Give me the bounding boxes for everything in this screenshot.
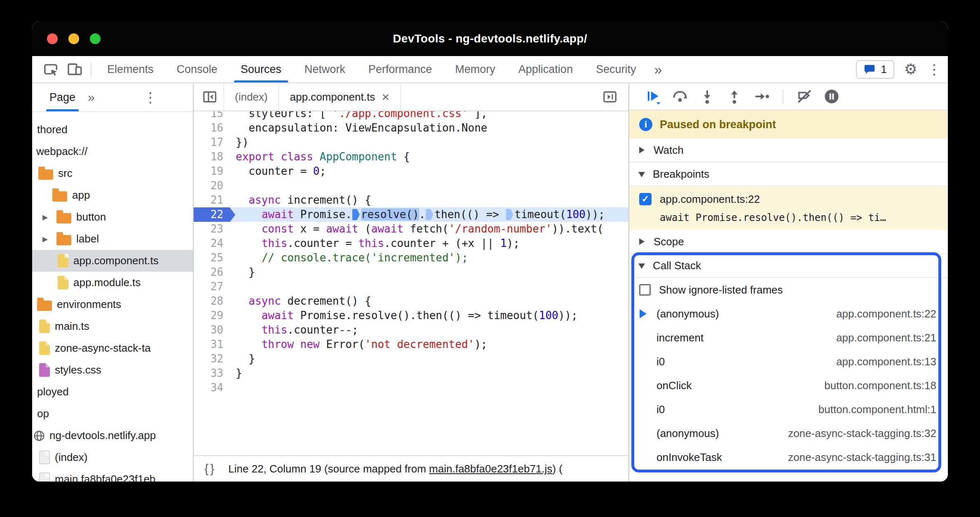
- line-number[interactable]: 21: [194, 193, 230, 207]
- line-number[interactable]: 20: [194, 179, 230, 193]
- tree-item-ployed[interactable]: ployed: [32, 381, 193, 403]
- code-line-22[interactable]: 22 await Promise.resolve().then(() => ti…: [194, 207, 628, 222]
- code-line-29[interactable]: 29 await Promise.resolve().then(() => ti…: [194, 308, 628, 323]
- line-number[interactable]: 22: [194, 207, 230, 222]
- line-number[interactable]: 30: [194, 323, 230, 337]
- inline-breakpoint-marker-icon[interactable]: [426, 209, 433, 220]
- line-number[interactable]: 18: [194, 150, 230, 164]
- line-number[interactable]: 26: [194, 265, 230, 280]
- tree-item-ng-devtools-netlify-app[interactable]: ng-devtools.netlify.app: [32, 425, 193, 446]
- code-line-25[interactable]: 25 // console.trace('incremented');: [194, 251, 628, 265]
- line-number[interactable]: 31: [194, 337, 230, 352]
- line-number[interactable]: 17: [194, 135, 230, 150]
- tree-expand-chevron-icon[interactable]: ▸: [42, 211, 53, 223]
- frame-source-location[interactable]: zone-async-stack-tagging.ts:31: [788, 451, 936, 464]
- frame-source-location[interactable]: button.component.ts:18: [824, 379, 936, 392]
- tab-performance[interactable]: Performance: [357, 56, 444, 82]
- ignore-listed-checkbox[interactable]: [639, 284, 651, 296]
- line-number[interactable]: 32: [194, 352, 230, 366]
- call-stack-frame[interactable]: (anonymous)app.component.ts:22: [629, 302, 948, 326]
- settings-gear-icon[interactable]: ⚙: [904, 61, 917, 78]
- tree-item--index-[interactable]: (index): [32, 446, 193, 468]
- frame-source-location[interactable]: zone-async-stack-tagging.ts:32: [788, 427, 936, 440]
- mapped-file-link[interactable]: main.fa8bfa0e23f1eb71.js: [429, 463, 552, 475]
- section-call-stack[interactable]: Call Stack: [629, 254, 948, 278]
- tab-memory[interactable]: Memory: [443, 56, 507, 82]
- call-stack-frame[interactable]: onInvokeTaskzone-async-stack-tagging.ts:…: [629, 445, 948, 469]
- tab-app-component-ts[interactable]: app.component.ts ×: [279, 83, 401, 110]
- zoom-window-button[interactable]: [90, 33, 101, 44]
- close-window-button[interactable]: [47, 33, 58, 44]
- minimize-window-button[interactable]: [68, 33, 79, 44]
- tab-console[interactable]: Console: [165, 56, 229, 82]
- tree-item-zone-async-stack-ta[interactable]: zone-async-stack-ta: [32, 337, 193, 359]
- call-stack-frame[interactable]: onClickbutton.component.ts:18: [629, 374, 948, 397]
- line-number[interactable]: 29: [194, 308, 230, 323]
- frame-source-location[interactable]: app.component.ts:13: [836, 355, 936, 368]
- tree-expand-chevron-icon[interactable]: ▸: [42, 233, 53, 245]
- tree-item-main-fa8bfa0e23f1eb[interactable]: main.fa8bfa0e23f1eb: [32, 468, 193, 482]
- step-over-button[interactable]: [669, 85, 691, 108]
- tree-item-label[interactable]: ▸label: [32, 228, 193, 250]
- section-scope[interactable]: Scope: [629, 230, 948, 254]
- tree-item-button[interactable]: ▸button: [32, 206, 193, 228]
- step-button[interactable]: [750, 85, 773, 108]
- code-line-33[interactable]: 33}: [194, 366, 628, 381]
- tree-item-webpack-[interactable]: webpack://: [32, 141, 193, 162]
- issues-badge[interactable]: 1: [856, 60, 894, 79]
- resume-button[interactable]: [642, 85, 664, 108]
- inline-breakpoint-marker-icon[interactable]: [506, 209, 513, 220]
- tree-item-main-ts[interactable]: main.ts: [32, 315, 193, 337]
- inspect-icon[interactable]: [39, 58, 63, 81]
- pause-on-exceptions-button[interactable]: [821, 85, 843, 108]
- frame-source-location[interactable]: app.component.ts:21: [836, 331, 936, 344]
- code-line-16[interactable]: 16 encapsulation: ViewEncapsulation.None: [194, 121, 628, 135]
- call-stack-frame[interactable]: incrementapp.component.ts:21: [629, 326, 948, 350]
- code-line-27[interactable]: 27: [194, 280, 628, 294]
- call-stack-frame[interactable]: (anonymous)zone-async-stack-tagging.ts:3…: [629, 421, 948, 445]
- tree-item-environments[interactable]: environments: [32, 294, 193, 315]
- tree-item-app-component-ts[interactable]: app.component.ts: [32, 250, 193, 272]
- inline-breakpoint-marker-icon[interactable]: [352, 209, 360, 220]
- titlebar[interactable]: DevTools - ng-devtools.netlify.app/: [32, 21, 948, 56]
- code-line-15[interactable]: 15 styleUrls: [ './app.component.css' ],: [194, 111, 628, 121]
- code-line-32[interactable]: 32 }: [194, 352, 628, 366]
- more-navigator-tabs-icon[interactable]: »: [79, 90, 104, 104]
- close-tab-icon[interactable]: ×: [382, 90, 389, 103]
- show-ignore-listed-toggle[interactable]: Show ignore-listed frames: [629, 278, 948, 302]
- deactivate-breakpoints-button[interactable]: [793, 85, 816, 108]
- code-line-20[interactable]: 20: [194, 179, 628, 193]
- code-line-34[interactable]: 34: [194, 381, 628, 395]
- tree-item-thored[interactable]: thored: [32, 119, 193, 141]
- frame-source-location[interactable]: app.component.ts:22: [836, 308, 936, 320]
- tab-index-file[interactable]: (index): [223, 83, 279, 110]
- tab-elements[interactable]: Elements: [96, 56, 165, 82]
- section-breakpoints[interactable]: Breakpoints: [629, 162, 948, 186]
- line-number[interactable]: 15: [194, 111, 230, 121]
- code-line-24[interactable]: 24 this.counter = this.counter + (+x || …: [194, 236, 628, 251]
- line-number[interactable]: 19: [194, 164, 230, 179]
- code-line-30[interactable]: 30 this.counter--;: [194, 323, 628, 337]
- line-number[interactable]: 27: [194, 280, 230, 294]
- code-line-26[interactable]: 26 }: [194, 265, 628, 280]
- section-watch[interactable]: Watch: [629, 139, 948, 162]
- main-menu-kebab-icon[interactable]: ⋮: [927, 61, 941, 78]
- line-number[interactable]: 16: [194, 121, 230, 135]
- tree-item-app[interactable]: app: [32, 184, 193, 206]
- code-editor[interactable]: 15 styleUrls: [ './app.component.css' ],…: [194, 111, 628, 455]
- tree-item-app-module-ts[interactable]: app.module.ts: [32, 272, 193, 294]
- tab-sources[interactable]: Sources: [229, 56, 293, 82]
- step-out-button[interactable]: [723, 85, 746, 108]
- code-line-19[interactable]: 19 counter = 0;: [194, 164, 628, 179]
- tree-item-op[interactable]: op: [32, 403, 193, 425]
- navigator-kebab-icon[interactable]: ⋮: [143, 89, 157, 106]
- line-number[interactable]: 24: [194, 236, 230, 251]
- line-number[interactable]: 28: [194, 294, 230, 308]
- code-line-23[interactable]: 23 const x = await (await fetch('/random…: [194, 222, 628, 236]
- device-toolbar-icon[interactable]: [63, 58, 87, 81]
- line-number[interactable]: 34: [194, 381, 230, 395]
- line-number[interactable]: 25: [194, 251, 230, 265]
- navigator-toggle-icon[interactable]: [198, 85, 222, 108]
- code-line-18[interactable]: 18export class AppComponent {: [194, 150, 628, 164]
- tab-page[interactable]: Page: [46, 83, 79, 111]
